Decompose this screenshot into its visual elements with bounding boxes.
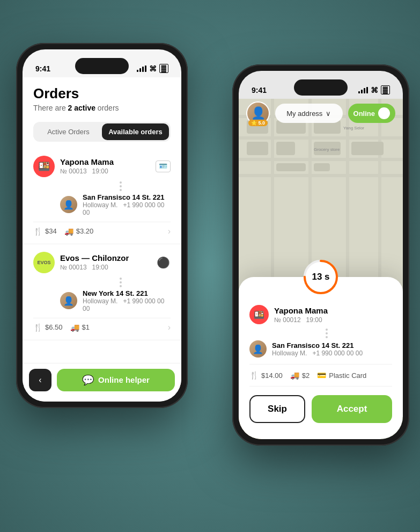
- order-time-1: 19:00: [92, 167, 108, 175]
- phones-container: 9:41 ⌘ ▓ Orders There ar: [0, 0, 420, 532]
- modal-food-price: $14.00: [261, 371, 283, 380]
- card-payment-icon: 💳: [317, 371, 326, 380]
- map-block-5: [276, 142, 295, 155]
- driver-avatar: 👤 ⭐ 5.0: [246, 101, 270, 125]
- card-icon: 🪪: [159, 162, 167, 170]
- modal-courier-avatar: 👤: [249, 340, 267, 358]
- delivery-contact-2: Holloway M. +1 990 000 00 00: [83, 297, 171, 312]
- timer-text: 13 s: [312, 272, 329, 282]
- signal-bar-2: [139, 68, 141, 72]
- signal-bar-1: [137, 70, 138, 72]
- status-time-left: 9:41: [35, 64, 50, 73]
- online-helper-button[interactable]: 💬 Online helper: [57, 369, 175, 391]
- dot: [326, 332, 328, 334]
- right-screen-bg: Grocery store Yang Selor 👤 ⭐ 5.0 My addr…: [239, 99, 403, 439]
- delivery-price-item-2: 🚚 $1: [70, 323, 90, 332]
- phone-left: 9:41 ⌘ ▓ Orders There ar: [16, 43, 188, 408]
- page-title: Orders: [33, 86, 171, 101]
- delivery-price-2: $1: [82, 323, 90, 331]
- delivery-text-2: New York 14 St. 221 Holloway M. +1 990 0…: [83, 289, 171, 312]
- dynamic-island-left: [75, 58, 129, 74]
- tab-switcher: Active Orders Available orders: [33, 122, 171, 142]
- delivery-address-2: New York 14 St. 221: [83, 289, 171, 297]
- modal-actions: Skip Accept: [249, 395, 392, 423]
- delivery-info-2: 👤 New York 14 St. 221 Holloway M. +1 990…: [33, 289, 171, 312]
- modal-truck-icon: 🚚: [290, 371, 299, 380]
- delivery-price-item-1: 🚚 $3.20: [64, 227, 94, 236]
- order-row1-card1: 🍱 Yapona Mama № 00013 19:00 🪪: [33, 156, 171, 177]
- online-helper-label: Online helper: [98, 375, 150, 384]
- dot: [120, 185, 122, 187]
- right-screen: 9:41 ⌘ ▓: [239, 71, 403, 439]
- connector-1: [71, 181, 171, 191]
- restaurant-logo-1: 🍱: [33, 156, 55, 177]
- modal-order-time: 19:00: [306, 316, 322, 324]
- accept-button[interactable]: Accept: [312, 395, 392, 423]
- signal-bars-right: [358, 87, 368, 93]
- order-modal: 13 s 🍱 Yapona Mama № 00012 19:00: [239, 277, 403, 439]
- signal-bar-r1: [358, 91, 360, 93]
- modal-connector: [261, 329, 392, 338]
- logo-text-2: EVOS: [37, 260, 50, 265]
- skip-button[interactable]: Skip: [249, 395, 305, 423]
- signal-bar-3: [142, 67, 144, 72]
- truck-icon-1: 🚚: [64, 227, 73, 236]
- timer-wrapper: 13 s: [249, 258, 392, 296]
- food-price-item-1: 🍴 $34: [33, 227, 57, 236]
- dot: [120, 285, 122, 287]
- courier-avatar-1: 👤: [60, 196, 77, 213]
- dot: [120, 278, 122, 280]
- subtitle-plain: There are: [33, 104, 68, 112]
- tab-available-orders[interactable]: Available orders: [102, 123, 169, 140]
- address-dropdown[interactable]: My address ∨: [275, 104, 343, 123]
- delivery-contact-1: Holloway M. +1 990 000 00 00: [83, 201, 171, 216]
- online-label: Online: [353, 110, 375, 118]
- food-price-2: $6.50: [45, 323, 63, 331]
- tab-active-orders[interactable]: Active Orders: [35, 123, 102, 140]
- dot: [120, 181, 122, 184]
- order-card-1[interactable]: 🍱 Yapona Mama № 00013 19:00 🪪: [23, 148, 181, 244]
- modal-payment-item: 💳 Plastic Card: [317, 371, 366, 380]
- signal-bar-4: [145, 65, 146, 72]
- modal-courier-name: Holloway M.: [272, 349, 307, 357]
- map-label-grocery: Grocery store: [314, 147, 340, 152]
- phone-right: 9:41 ⌘ ▓: [232, 64, 409, 446]
- connector-2: [71, 278, 171, 287]
- dot: [120, 189, 122, 191]
- courier-name-1: Holloway M.: [83, 201, 117, 209]
- page-header: Orders There are 2 active orders: [23, 77, 181, 118]
- food-price-item-2: 🍴 $6.50: [33, 323, 63, 332]
- modal-courier-phone: +1 990 000 00 00: [312, 349, 363, 357]
- truck-icon-2: 🚚: [70, 323, 79, 332]
- fork-knife-icon-2: 🍴: [33, 323, 42, 332]
- order-meta-2: № 00013 19:00: [60, 264, 150, 271]
- status-time-right: 9:41: [252, 86, 267, 94]
- modal-order-row: 🍱 Yapona Mama № 00012 19:00: [249, 305, 392, 324]
- map-block-9: [314, 163, 330, 171]
- order-footer-1: 🍴 $34 🚚 $3.20 ›: [33, 222, 171, 236]
- modal-food-price-item: 🍴 $14.00: [249, 371, 283, 380]
- status-icons-right: ⌘ ▓: [358, 85, 390, 94]
- map-block-7: [351, 142, 384, 155]
- modal-delivery-contact: Holloway M. +1 990 000 00 00: [272, 349, 363, 357]
- wifi-icon-right: ⌘: [371, 86, 378, 94]
- dot: [120, 281, 122, 283]
- left-content: Orders There are 2 active orders Active …: [23, 77, 181, 402]
- wifi-icon: ⌘: [149, 64, 157, 73]
- dot: [326, 329, 328, 331]
- page-subtitle: There are 2 active orders: [33, 104, 171, 112]
- dot: [326, 336, 328, 338]
- modal-fork-knife-icon: 🍴: [249, 371, 259, 380]
- order-card-2[interactable]: EVOS Evos — Chilonzor № 00013 19:00: [23, 244, 181, 340]
- delivery-price-1: $3.20: [76, 227, 94, 235]
- map-top-bar: 👤 ⭐ 5.0 My address ∨ Online: [239, 99, 403, 128]
- chevron-down-icon: ∨: [326, 110, 331, 118]
- delivery-text-1: San Fransisco 14 St. 221 Holloway M. +1 …: [83, 193, 171, 216]
- address-label: My address: [286, 110, 322, 118]
- back-button[interactable]: ‹: [29, 369, 51, 391]
- bottom-bar-left: ‹ 💬 Online helper: [23, 363, 181, 402]
- driver-badge: ⭐ 5.0: [248, 120, 268, 126]
- signal-bars-left: [137, 65, 146, 72]
- food-price-1: $34: [45, 227, 57, 235]
- online-toggle[interactable]: Online: [348, 104, 395, 123]
